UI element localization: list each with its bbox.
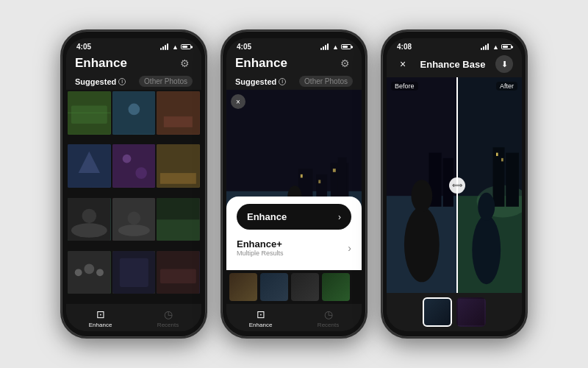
compare-area: Before: [387, 77, 522, 293]
nav-recents-label-1: Recents: [157, 322, 179, 328]
phone-2-screen: 4:05 ▲ Enhance ⚙ Suggested i: [226, 38, 362, 331]
thumb-mini-4[interactable]: [322, 273, 350, 301]
enhance-sheet: Enhance › Enhance+ Multiple Results ›: [226, 197, 362, 270]
enhance-primary-btn[interactable]: Enhance ›: [237, 204, 351, 230]
svg-rect-21: [157, 219, 200, 241]
grid-cell-9[interactable]: [157, 198, 200, 241]
thumb-strip-2: [226, 270, 362, 304]
recents-nav-icon-2: ◷: [324, 308, 333, 320]
svg-rect-38: [318, 180, 320, 184]
nav-recents-label-2: Recents: [318, 322, 339, 328]
svg-rect-29: [160, 269, 196, 283]
enhance-plus-sub: Multiple Results: [237, 250, 284, 257]
time-3: 4:08: [397, 43, 412, 51]
svg-point-25: [96, 269, 104, 276]
app-header-1: Enhance ⚙: [66, 52, 201, 76]
status-bar-3: 4:08 ▲: [387, 38, 522, 52]
compare-title: Enhance Base: [420, 59, 486, 70]
tab-other-2[interactable]: Other Photos: [299, 76, 353, 87]
nav-enhance-1[interactable]: ⊡ Enhance: [89, 308, 112, 328]
phones-container: 4:05 ▲ Enhance ⚙ Suggested i: [46, 15, 542, 353]
svg-point-10: [122, 155, 131, 163]
grid-cell-12[interactable]: [157, 251, 200, 294]
svg-point-15: [71, 223, 107, 238]
svg-point-47: [411, 180, 432, 212]
svg-rect-27: [119, 258, 148, 287]
signal-icon-3: [481, 43, 489, 50]
thumb-compare-1[interactable]: [423, 297, 452, 327]
thumb-mini-2[interactable]: [260, 273, 288, 301]
app-title-1: Enhance: [75, 56, 127, 71]
nav-enhance-label-1: Enhance: [89, 322, 112, 328]
svg-point-11: [135, 168, 147, 180]
svg-point-46: [404, 207, 440, 283]
thumb-compare-2[interactable]: [456, 297, 486, 327]
photo-grid-1: [66, 90, 201, 304]
compare-handle[interactable]: ⟺: [449, 177, 465, 194]
time-1: 4:05: [76, 43, 91, 51]
enhance-btn-label: Enhance: [247, 211, 287, 222]
battery-icon-3: [501, 44, 512, 49]
svg-rect-6: [164, 116, 193, 127]
enhance-plus-label: Enhance+: [237, 238, 284, 250]
enhance-arrow-icon: ›: [338, 212, 341, 222]
svg-point-19: [127, 211, 140, 224]
svg-rect-13: [160, 173, 196, 184]
after-half: After: [457, 77, 522, 293]
enhance-plus-btn[interactable]: Enhance+ Multiple Results ›: [237, 234, 351, 261]
close-button-2[interactable]: ×: [231, 94, 245, 109]
grid-cell-6[interactable]: [157, 144, 200, 188]
download-button[interactable]: ⬇: [495, 55, 513, 73]
bottom-nav-2: ⊡ Enhance ◷ Recents: [226, 304, 362, 331]
photo-preview-2: × Enhance › Enhance+ Multiple Results ›: [226, 90, 362, 270]
grid-cell-7[interactable]: [68, 198, 111, 241]
phone-1-screen: 4:05 ▲ Enhance ⚙ Suggested i: [66, 38, 201, 331]
phone-1: 4:05 ▲ Enhance ⚙ Suggested i: [60, 29, 207, 339]
svg-rect-5: [157, 91, 200, 135]
status-icons-1: ▲: [160, 43, 191, 51]
grid-cell-4[interactable]: [68, 144, 111, 188]
phone-3-screen: 4:08 ▲ × Enhance Base ⬇: [387, 38, 522, 331]
grid-cell-11[interactable]: [112, 251, 156, 294]
battery-icon-2: [341, 44, 351, 49]
phone-2: 4:05 ▲ Enhance ⚙ Suggested i: [220, 29, 368, 339]
grid-cell-8[interactable]: [112, 198, 156, 241]
thumb-mini-1[interactable]: [229, 273, 257, 301]
tab-other-1[interactable]: Other Photos: [139, 76, 193, 87]
svg-rect-37: [301, 174, 303, 178]
battery-icon: [181, 44, 191, 49]
status-icons-3: ▲: [481, 43, 512, 51]
thumb-mini-3[interactable]: [291, 273, 319, 301]
gear-button-2[interactable]: ⚙: [337, 55, 353, 71]
svg-point-56: [478, 193, 495, 221]
grid-cell-2[interactable]: [112, 91, 156, 135]
wifi-icon-3: ▲: [492, 43, 499, 51]
svg-rect-53: [496, 153, 498, 156]
tab-bar-1: Suggested i Other Photos: [66, 76, 201, 90]
svg-point-24: [84, 263, 94, 274]
svg-rect-39: [333, 169, 336, 172]
grid-cell-5[interactable]: [112, 144, 156, 188]
app-header-2: Enhance ⚙: [226, 52, 362, 76]
grid-cell-1[interactable]: [68, 91, 111, 135]
tab-suggested-1[interactable]: Suggested i: [75, 76, 126, 87]
nav-enhance-2[interactable]: ⊡ Enhance: [249, 308, 273, 328]
x-button-3[interactable]: ×: [395, 57, 410, 71]
recents-nav-icon: ◷: [164, 308, 173, 320]
nav-recents-2[interactable]: ◷ Recents: [318, 308, 339, 328]
gear-button-1[interactable]: ⚙: [176, 55, 193, 71]
grid-cell-3[interactable]: [157, 91, 200, 135]
before-half: Before: [387, 77, 457, 293]
enhance-nav-icon-2: ⊡: [257, 308, 265, 320]
nav-recents-1[interactable]: ◷ Recents: [157, 308, 179, 328]
svg-rect-52: [506, 153, 519, 207]
app-title-2: Enhance: [235, 56, 287, 71]
tab-suggested-2[interactable]: Suggested i: [235, 76, 286, 87]
phone-3: 4:08 ▲ × Enhance Base ⬇: [381, 29, 528, 339]
svg-point-16: [82, 208, 97, 223]
grid-cell-10[interactable]: [68, 251, 111, 294]
bottom-nav-1: ⊡ Enhance ◷ Recents: [66, 304, 201, 331]
signal-icon: [160, 43, 168, 50]
compare-header: × Enhance Base ⬇: [387, 52, 522, 77]
enhance-nav-icon: ⊡: [96, 308, 105, 320]
